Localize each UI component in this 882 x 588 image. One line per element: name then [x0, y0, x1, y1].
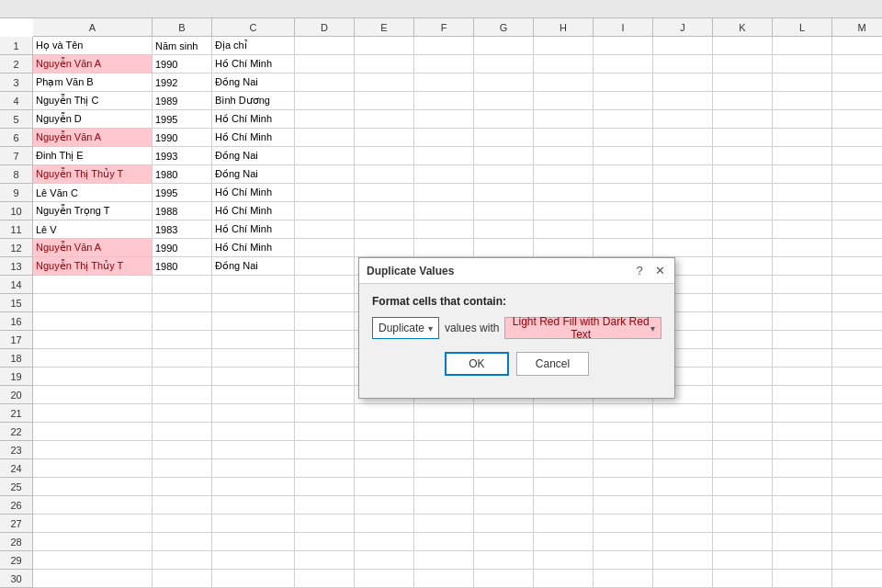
cell-m-2[interactable] [832, 55, 882, 74]
cell-k-9[interactable] [713, 184, 773, 202]
cell-c-27[interactable] [212, 514, 295, 533]
cell-b-15[interactable] [153, 294, 212, 312]
cell-b-18[interactable] [153, 349, 212, 368]
cell-k-15[interactable] [713, 294, 773, 312]
cell-l-4[interactable] [773, 92, 832, 110]
cell-k-2[interactable] [713, 55, 773, 74]
cell-m-22[interactable] [832, 423, 882, 441]
cell-f-4[interactable] [414, 92, 474, 110]
cell-g-6[interactable] [474, 129, 534, 147]
cell-a-29[interactable] [33, 551, 153, 570]
cell-b-19[interactable] [153, 368, 212, 386]
cell-m-28[interactable] [832, 533, 882, 551]
cell-a-5[interactable]: Nguyễn D [33, 110, 153, 129]
cell-k-7[interactable] [713, 147, 773, 165]
cell-m-27[interactable] [832, 514, 882, 533]
cell-f-8[interactable] [414, 165, 474, 184]
cell-m-30[interactable] [832, 570, 882, 588]
cell-a-24[interactable] [33, 459, 153, 478]
cell-k-11[interactable] [713, 220, 773, 239]
cell-e-25[interactable] [355, 478, 414, 496]
cell-b-4[interactable]: 1989 [153, 92, 212, 110]
cell-e-10[interactable] [355, 202, 414, 220]
cell-f-21[interactable] [414, 404, 474, 423]
cell-a-27[interactable] [33, 514, 153, 533]
cell-c-1[interactable]: Địa chỉ [212, 37, 295, 55]
cell-a-3[interactable]: Phạm Văn B [33, 74, 153, 92]
cell-g-9[interactable] [474, 184, 534, 202]
cell-k-27[interactable] [713, 514, 773, 533]
cell-g-4[interactable] [474, 92, 534, 110]
cell-m-3[interactable] [832, 74, 882, 92]
cell-f-25[interactable] [414, 478, 474, 496]
cell-i-12[interactable] [594, 239, 653, 257]
cell-d-28[interactable] [295, 533, 355, 551]
cell-h-23[interactable] [534, 441, 594, 459]
cell-a-19[interactable] [33, 368, 153, 386]
cell-h-21[interactable] [534, 404, 594, 423]
cell-e-12[interactable] [355, 239, 414, 257]
cell-j-29[interactable] [653, 551, 713, 570]
cell-i-2[interactable] [594, 55, 653, 74]
cell-g-1[interactable] [474, 37, 534, 55]
cell-j-12[interactable] [653, 239, 713, 257]
cell-k-28[interactable] [713, 533, 773, 551]
cell-a-21[interactable] [33, 404, 153, 423]
cell-k-25[interactable] [713, 478, 773, 496]
cell-l-23[interactable] [773, 441, 832, 459]
cell-l-2[interactable] [773, 55, 832, 74]
cell-m-6[interactable] [832, 129, 882, 147]
cell-b-22[interactable] [153, 423, 212, 441]
cell-g-28[interactable] [474, 533, 534, 551]
cell-j-1[interactable] [653, 37, 713, 55]
help-icon[interactable]: ? [632, 264, 647, 277]
cell-g-26[interactable] [474, 496, 534, 514]
cell-k-29[interactable] [713, 551, 773, 570]
cell-h-8[interactable] [534, 165, 594, 184]
cell-b-7[interactable]: 1993 [153, 147, 212, 165]
cell-j-4[interactable] [653, 92, 713, 110]
cell-g-8[interactable] [474, 165, 534, 184]
cell-h-25[interactable] [534, 478, 594, 496]
cell-d-27[interactable] [295, 514, 355, 533]
cell-a-13[interactable]: Nguyễn Thị Thủy T [33, 257, 153, 276]
cell-i-28[interactable] [594, 533, 653, 551]
cell-j-27[interactable] [653, 514, 713, 533]
cell-h-28[interactable] [534, 533, 594, 551]
cell-f-5[interactable] [414, 110, 474, 129]
cell-a-30[interactable] [33, 570, 153, 588]
cell-c-7[interactable]: Đồng Nai [212, 147, 295, 165]
cell-g-12[interactable] [474, 239, 534, 257]
cell-a-9[interactable]: Lê Văn C [33, 184, 153, 202]
cell-d-11[interactable] [295, 220, 355, 239]
cell-b-5[interactable]: 1995 [153, 110, 212, 129]
cell-l-18[interactable] [773, 349, 832, 368]
cell-l-29[interactable] [773, 551, 832, 570]
cell-d-19[interactable] [295, 368, 355, 386]
cell-h-30[interactable] [534, 570, 594, 588]
cell-f-30[interactable] [414, 570, 474, 588]
cell-d-1[interactable] [295, 37, 355, 55]
cell-a-28[interactable] [33, 533, 153, 551]
duplicate-values-dialog[interactable]: Duplicate Values ? ✕ Format cells that c… [358, 257, 675, 399]
cell-i-8[interactable] [594, 165, 653, 184]
cell-b-3[interactable]: 1992 [153, 74, 212, 92]
cell-c-3[interactable]: Đồng Nai [212, 74, 295, 92]
cell-j-10[interactable] [653, 202, 713, 220]
cell-l-10[interactable] [773, 202, 832, 220]
cell-l-11[interactable] [773, 220, 832, 239]
cell-c-23[interactable] [212, 441, 295, 459]
cell-m-12[interactable] [832, 239, 882, 257]
cell-b-21[interactable] [153, 404, 212, 423]
cell-k-21[interactable] [713, 404, 773, 423]
cell-d-18[interactable] [295, 349, 355, 368]
cell-m-18[interactable] [832, 349, 882, 368]
cell-e-5[interactable] [355, 110, 414, 129]
cell-h-6[interactable] [534, 129, 594, 147]
cell-j-24[interactable] [653, 459, 713, 478]
cell-h-11[interactable] [534, 220, 594, 239]
cell-g-22[interactable] [474, 423, 534, 441]
cell-k-17[interactable] [713, 331, 773, 349]
cell-h-22[interactable] [534, 423, 594, 441]
cell-k-16[interactable] [713, 312, 773, 331]
